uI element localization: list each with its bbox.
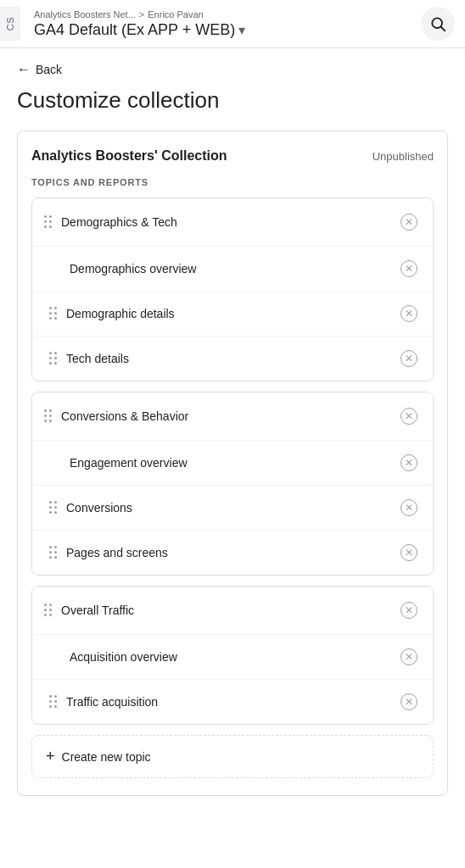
breadcrumb: Analytics Boosters Net... > Enrico Pavan [34,9,414,19]
property-selector[interactable]: GA4 Default (Ex APP + WEB) ▾ [34,21,414,39]
drag-handle-icon[interactable] [44,409,53,423]
remove-report-button[interactable]: ✕ [397,257,421,281]
topic-row-left: Conversions & Behavior [44,409,188,423]
breadcrumb-separator: > [139,9,144,19]
remove-topic-button[interactable]: ✕ [397,598,421,622]
topic-name: Demographics & Tech [61,215,177,229]
remove-report-icon: ✕ [401,350,417,367]
report-name: Demographics overview [49,262,196,275]
topics-list: Demographics & Tech ✕ Demographics overv… [31,198,434,725]
topic-name: Overall Traffic [61,604,134,617]
report-row-left: Tech details [49,352,129,365]
report-row-left: Demographics overview [49,262,196,275]
remove-topic-icon: ✕ [401,214,417,231]
top-bar: CS Analytics Boosters Net... > Enrico Pa… [0,0,465,48]
topic-row-overall-traffic: Overall Traffic ✕ [32,587,433,634]
create-topic-label: Create new topic [62,750,151,764]
topic-row-conversions-behavior: Conversions & Behavior ✕ [32,392,433,440]
drag-handle-icon[interactable] [49,307,58,320]
drag-handle-icon[interactable] [44,604,53,617]
report-row-acquisition-overview: Acquisition overview ✕ [32,634,433,679]
drag-handle-icon[interactable] [49,546,58,559]
back-link[interactable]: ← Back [17,62,448,77]
report-row-left: Demographic details [49,307,175,320]
report-row-left: Conversions [49,501,132,515]
topic-row-left: Overall Traffic [44,604,134,617]
content-area: ← Back Customize collection Analytics Bo… [0,48,465,810]
report-name: Acquisition overview [49,650,177,664]
create-topic-button[interactable]: + Create new topic [31,735,434,778]
collection-title: Analytics Boosters' Collection [31,148,227,164]
breadcrumb-child[interactable]: Enrico Pavan [148,9,203,19]
breadcrumb-parent[interactable]: Analytics Boosters Net... [34,9,136,19]
topic-group-demographics-tech: Demographics & Tech ✕ Demographics overv… [31,198,434,381]
report-name: Demographic details [66,307,175,320]
topic-row-demographics-tech: Demographics & Tech ✕ [32,198,433,246]
remove-report-button[interactable]: ✕ [397,541,421,565]
back-arrow-icon: ← [17,62,31,77]
remove-topic-button[interactable]: ✕ [397,404,421,428]
topic-name: Conversions & Behavior [61,409,188,423]
remove-report-button[interactable]: ✕ [397,690,421,714]
drag-handle-icon[interactable] [49,501,58,515]
report-name: Engagement overview [49,456,188,470]
left-rail: CS [0,7,20,41]
search-button[interactable] [421,7,455,41]
report-row-left: Pages and screens [49,546,168,559]
topic-row-left: Demographics & Tech [44,215,177,229]
report-row-tech-details: Tech details ✕ [32,336,433,381]
collection-card: Analytics Boosters' Collection Unpublish… [17,131,448,796]
remove-report-icon: ✕ [401,693,417,710]
drag-handle-icon[interactable] [49,352,58,365]
dropdown-arrow-icon: ▾ [238,22,245,38]
remove-report-button[interactable]: ✕ [397,645,421,669]
report-row-demographics-overview: Demographics overview ✕ [32,246,433,291]
remove-report-icon: ✕ [401,544,417,561]
report-row-left: Traffic acquisition [49,695,158,709]
remove-topic-icon: ✕ [401,602,417,619]
remove-report-icon: ✕ [401,648,417,665]
plus-icon: + [46,748,55,765]
report-row-traffic-acquisition: Traffic acquisition ✕ [32,679,433,724]
section-label: TOPICS AND REPORTS [31,177,434,187]
breadcrumb-area: Analytics Boosters Net... > Enrico Pavan… [27,9,414,39]
report-row-engagement-overview: Engagement overview ✕ [32,440,433,485]
svg-line-1 [441,27,445,31]
report-row-conversions: Conversions ✕ [32,485,433,530]
report-row-demographic-details: Demographic details ✕ [32,291,433,336]
remove-report-button[interactable]: ✕ [397,347,421,370]
page-title: Customize collection [17,87,448,114]
report-row-pages-and-screens: Pages and screens ✕ [32,530,433,575]
report-name: Traffic acquisition [66,695,158,709]
report-name: Tech details [66,352,129,365]
search-icon [429,15,446,32]
remove-report-button[interactable]: ✕ [397,451,421,475]
drag-handle-icon[interactable] [49,695,58,709]
drag-handle-icon[interactable] [44,215,53,229]
back-label: Back [36,63,62,76]
report-row-left: Engagement overview [49,456,188,470]
remove-report-button[interactable]: ✕ [397,496,421,520]
report-name: Pages and screens [66,546,168,559]
remove-report-icon: ✕ [401,305,417,322]
report-name: Conversions [66,501,132,515]
collection-header: Analytics Boosters' Collection Unpublish… [31,148,434,164]
remove-report-icon: ✕ [401,454,417,471]
property-name: GA4 Default (Ex APP + WEB) [34,21,235,39]
collection-status: Unpublished [373,150,434,163]
remove-topic-button[interactable]: ✕ [397,210,421,234]
remove-topic-icon: ✕ [401,408,417,425]
topic-group-overall-traffic: Overall Traffic ✕ Acquisition overview ✕ [31,586,434,725]
report-row-left: Acquisition overview [49,650,177,664]
remove-report-button[interactable]: ✕ [397,302,421,326]
remove-report-icon: ✕ [401,499,417,516]
remove-report-icon: ✕ [401,260,417,277]
topic-group-conversions-behavior: Conversions & Behavior ✕ Engagement over… [31,392,434,576]
left-rail-text: CS [5,17,15,31]
